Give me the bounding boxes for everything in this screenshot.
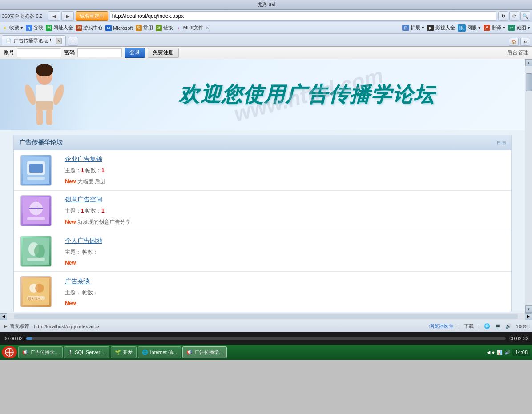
svg-rect-4 [36, 109, 43, 125]
login-button[interactable]: 登录 [125, 48, 145, 58]
scroll-left-arrow[interactable]: ◀ [0, 313, 7, 320]
extend-icon: ⊞ [402, 25, 409, 31]
scroll-right-arrow[interactable]: ▶ [525, 313, 532, 320]
home-icon[interactable]: 🏠 [509, 38, 519, 46]
status-icon-1[interactable]: 🌐 [484, 323, 490, 329]
forum-section-title: 广告传播学论坛 [19, 139, 63, 147]
fav-item-midi[interactable]: ♪ MIDI文件 [176, 24, 203, 31]
status-bar: ▶ 暂无点评 http://localhost/qqq/index.aspx 浏… [0, 320, 532, 332]
extend-btn[interactable]: ⊞ 扩展 ▾ [402, 24, 424, 31]
undo-icon[interactable]: ↩ [520, 38, 530, 46]
taskbar-label-2: SQL Server ... [75, 350, 105, 355]
posts-label-2: 帖数： [85, 208, 101, 214]
new-tab-button[interactable]: + [68, 37, 78, 46]
forward-button[interactable]: ▶ [61, 11, 74, 21]
new-badge-4: New [65, 300, 76, 306]
tab-close-button[interactable]: × [56, 38, 62, 44]
browser-icons: ↻ ⟳ 🔍 [498, 11, 530, 21]
fav-label-links: 链接 [163, 24, 173, 31]
taskbar-right: ◀ ● 📊 🔊 14:08 [487, 349, 530, 356]
toolbar-right: ⊞ 扩展 ▾ ▶ 影视大全 眼 网眼 ▾ A 翻译 ▾ ✂ 截图 ▾ [402, 24, 530, 32]
address-bar-container [110, 11, 496, 21]
fav-label-midi: MIDI文件 [183, 24, 203, 31]
forum-name-4[interactable]: 广告杂谈 [65, 277, 504, 285]
browser-tab[interactable]: 📄 广告传播学论坛！ × [2, 35, 66, 46]
search-icon[interactable]: 🔍 [520, 11, 530, 21]
forum-thumb-2 [20, 195, 52, 226]
stop-icon[interactable]: ⟳ [509, 11, 519, 21]
start-button[interactable] [2, 346, 17, 358]
fav-label-google: 谷歌 [33, 24, 43, 31]
status-icon-3[interactable]: 🔊 [505, 323, 512, 329]
scroll-down-arrow[interactable]: ▼ [525, 305, 532, 313]
topics-label-2: 主题： [65, 208, 81, 214]
forum-icon-1[interactable]: ⊟ [497, 140, 500, 145]
forum-name-3[interactable]: 个人广告园地 [65, 237, 504, 245]
horizontal-scrollbar[interactable]: ◀ ▶ [0, 313, 532, 320]
browser-chrome: 360安全浏览器 6.2 ◀ ▶ 域名重定向 ↻ ⟳ 🔍 ★ 收藏 ▾ g 谷歌… [0, 10, 532, 47]
more-label: » [206, 25, 209, 31]
status-icon-2[interactable]: 💻 [495, 323, 501, 329]
password-input[interactable] [77, 48, 122, 57]
fav-label-common: 常用 [143, 24, 153, 31]
zoom-level: 100% [516, 324, 528, 329]
svg-point-1 [36, 64, 53, 76]
fav-item-more[interactable]: » [206, 25, 209, 31]
games-icon: 游 [76, 25, 82, 31]
screenshot-btn[interactable]: ✂ 截图 ▾ [508, 24, 530, 31]
translate-btn[interactable]: A 翻译 ▾ [484, 24, 505, 31]
video-icon: ▶ [427, 25, 434, 31]
favorites-bar: ★ 收藏 ▾ g 谷歌 网 网址大全 游 游戏中心 M Microsoft 常 … [0, 22, 532, 34]
nav-arrow[interactable]: ▶ [4, 323, 7, 329]
banner-figure [0, 59, 89, 130]
register-button[interactable]: 免费注册 [148, 48, 179, 58]
eye-btn[interactable]: 眼 网眼 ▾ [458, 24, 481, 32]
address-input[interactable] [112, 13, 494, 19]
new-badge-3: New [65, 260, 76, 266]
taskbar-item-sql[interactable]: 🗄 SQL Server ... [64, 346, 109, 358]
vertical-scrollbar[interactable]: ▲ ▼ [525, 59, 532, 313]
admin-link[interactable]: 后台管理 [507, 49, 528, 56]
svg-point-7 [51, 83, 66, 106]
fav-item-nav[interactable]: 网 网址大全 [46, 24, 73, 31]
download-link[interactable]: 下载 [464, 323, 474, 330]
scroll-up-arrow[interactable]: ▲ [525, 59, 532, 66]
video-btn[interactable]: ▶ 影视大全 [427, 24, 455, 31]
forum-latest-3: New [65, 260, 504, 266]
svg-rect-20 [27, 258, 45, 261]
taskbar-item-forum1[interactable]: 📢 广告传播学... [18, 346, 63, 358]
account-input[interactable] [17, 48, 61, 57]
video-bar: 00:00:02 00:02:32 [0, 332, 532, 345]
taskbar-label-1: 广告传播学... [30, 349, 59, 356]
forum-header-icons: ⊟ ⊞ [497, 140, 506, 145]
forum-name-2[interactable]: 创意广告空间 [65, 196, 504, 204]
taskbar-item-forum2[interactable]: 📢 广告传播学... [182, 346, 227, 358]
translate-label: 翻译 ▾ [492, 24, 505, 31]
topics-label-4: 主题： [65, 289, 81, 296]
back-button[interactable]: ◀ [48, 11, 60, 21]
fav-item-links[interactable]: 链 链接 [156, 24, 173, 31]
fav-item-common[interactable]: 常 常用 [136, 24, 153, 31]
redirect-button[interactable]: 域名重定向 [76, 11, 108, 21]
browser-doctor[interactable]: 浏览器医生 [429, 323, 454, 330]
fav-item-microsoft[interactable]: M Microsoft [105, 25, 133, 31]
forum-stats-2: 主题：1 帖数：1 [65, 207, 504, 215]
taskbar-icon-1: 📢 [22, 350, 28, 355]
forum-latest-2: New 新发现的创意广告分享 [65, 218, 504, 226]
login-bar: 账号 密码 登录 免费注册 后台管理 [0, 47, 532, 59]
video-progress[interactable] [26, 337, 506, 340]
fav-item-collect[interactable]: ★ 收藏 ▾ [2, 24, 23, 31]
scroll-thumb[interactable] [526, 73, 532, 91]
forum-name-1[interactable]: 企业广告集锦 [65, 155, 504, 163]
svg-point-6 [23, 83, 37, 106]
fav-item-google[interactable]: g 谷歌 [26, 24, 43, 31]
refresh-icon[interactable]: ↻ [498, 11, 508, 21]
nav-buttons: ◀ ▶ [48, 11, 74, 21]
forum-latest-4: New [65, 300, 504, 306]
account-label: 账号 [4, 49, 14, 56]
taskbar-item-internet[interactable]: 🌐 Internet 信... [138, 346, 181, 358]
forum-thumb-svg-3 [23, 238, 49, 265]
taskbar-item-dev[interactable]: 🌱 开发 [111, 346, 137, 358]
fav-item-games[interactable]: 游 游戏中心 [76, 24, 103, 31]
forum-icon-2[interactable]: ⊞ [502, 140, 506, 145]
